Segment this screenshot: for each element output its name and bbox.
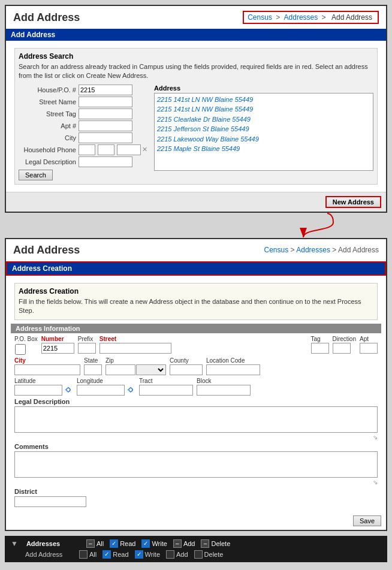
input-legal-desc[interactable] [79, 156, 132, 167]
perms-add-label-2: Add [176, 551, 188, 558]
toggle-write-add-address[interactable]: ✓ [135, 550, 143, 559]
result-item-2[interactable]: 2215 Clearlake Dr Blaine 55449 [156, 114, 372, 125]
input-county[interactable] [170, 364, 203, 375]
chevron-addresses[interactable]: ▼ [11, 539, 18, 548]
input-long[interactable] [77, 385, 125, 396]
input-direction[interactable] [333, 343, 351, 354]
input-apt[interactable] [79, 120, 132, 131]
input-zip[interactable] [105, 364, 135, 375]
field-legal-desc: Legal Description [19, 156, 148, 167]
breadcrumb-sep-2: > [322, 13, 328, 22]
perms-all-addresses: – All [86, 539, 104, 548]
perms-delete-label: Delete [211, 540, 230, 547]
input-street[interactable] [99, 343, 171, 354]
result-item-1[interactable]: 2215 141st LN NW Blaine 55449 [156, 104, 372, 114]
address-search-title: Address Search [19, 52, 373, 61]
perms-row-add-address: Add Address All ✓ Read ✓ Write Add Delet… [11, 550, 381, 559]
input-district[interactable] [14, 496, 86, 507]
toggle-read-add-address[interactable]: ✓ [102, 550, 111, 559]
toggle-read-addresses[interactable]: ✓ [110, 539, 118, 548]
input-number[interactable] [41, 343, 74, 354]
field-lat: Latitude [14, 378, 73, 396]
perms-read-label: Read [120, 540, 135, 547]
addr-creation-block: Address Creation Fill in the fields belo… [14, 283, 378, 320]
input-house-po[interactable] [79, 85, 132, 95]
address-search-desc: Search for an address already tracked in… [19, 62, 373, 81]
addr-creation-desc: Fill in the fields below. This will crea… [19, 297, 373, 316]
perms-label-addresses: Addresses [26, 540, 80, 547]
toggle-delete-add-address[interactable] [194, 550, 203, 559]
save-button[interactable]: Save [353, 515, 381, 526]
label-legal-desc2: Legal Description [14, 398, 378, 405]
search-right: Address 2215 141st LN NW Blaine 55449 22… [154, 85, 373, 180]
permissions-bar: ▼ Addresses – All ✓ Read ✓ Write – Add –… [5, 536, 387, 562]
panel-1-title: Add Address [13, 11, 80, 24]
input-city2[interactable] [14, 364, 80, 375]
toggle-all-add-address[interactable] [79, 550, 88, 559]
result-item-0[interactable]: 2215 141st LN NW Blaine 55449 [156, 95, 372, 105]
input-loc-code[interactable] [206, 364, 260, 375]
input-street-name[interactable] [79, 96, 132, 107]
district-section: District [14, 488, 378, 507]
toggle-delete-addresses[interactable]: – [201, 539, 209, 548]
input-block[interactable] [197, 385, 251, 396]
field-prefix: Prefix [78, 336, 96, 354]
input-state[interactable] [84, 364, 102, 375]
results-box[interactable]: 2215 141st LN NW Blaine 55449 2215 141st… [154, 93, 373, 171]
perms-read-label-2: Read [113, 551, 128, 558]
toggle-add-add-address[interactable] [166, 550, 174, 559]
result-item-4[interactable]: 2215 Lakewood Way Blaine 55449 [156, 134, 372, 144]
result-item-3[interactable]: 2215 Jefferson St Blaine 55449 [156, 124, 372, 134]
geo-icon-long[interactable] [126, 385, 135, 395]
breadcrumb-2-census[interactable]: Census [264, 246, 289, 254]
field-loc-code: Location Code [206, 357, 260, 375]
input-legal-desc2[interactable] [14, 406, 378, 433]
input-po-box-check[interactable] [14, 344, 26, 355]
label-block: Block [197, 378, 251, 384]
label-state: State [84, 357, 102, 364]
label-comments: Comments [14, 443, 378, 450]
toggle-add-addresses[interactable]: – [173, 539, 182, 548]
field-apt2: Apt [360, 336, 378, 354]
input-tract[interactable] [139, 385, 193, 396]
input-tag[interactable] [311, 343, 329, 354]
breadcrumb-census[interactable]: Census [248, 13, 272, 22]
new-address-button[interactable]: New Address [325, 196, 381, 208]
input-prefix[interactable] [78, 343, 96, 354]
geo-icon-lat[interactable] [64, 385, 73, 395]
breadcrumb-2: Census > Addresses > Add Address [264, 246, 379, 254]
perms-delete-add-address: Delete [194, 550, 224, 559]
breadcrumb-addresses[interactable]: Addresses [284, 13, 318, 22]
label-direction: Direction [333, 336, 356, 342]
label-apt: Apt # [19, 122, 79, 129]
input-lat[interactable] [14, 385, 62, 396]
input-phone-3[interactable] [117, 144, 141, 155]
field-street: Street [99, 336, 307, 354]
breadcrumb-sep-1: > [276, 13, 282, 22]
panel-2-footer: Save [6, 512, 386, 530]
input-city[interactable] [79, 132, 132, 143]
label-phone: Household Phone [19, 146, 79, 153]
input-apt2[interactable] [360, 343, 378, 354]
results-label: Address [154, 85, 373, 92]
perms-row-addresses: ▼ Addresses – All ✓ Read ✓ Write – Add –… [11, 539, 381, 548]
select-zip-ext[interactable] [136, 364, 166, 375]
toggle-all-addresses[interactable]: – [86, 539, 95, 548]
label-loc-code: Location Code [206, 357, 260, 364]
search-button[interactable]: Search [19, 170, 53, 180]
breadcrumb-2-addresses[interactable]: Addresses [296, 246, 330, 254]
toggle-write-addresses[interactable]: ✓ [141, 539, 150, 548]
input-phone-2[interactable] [98, 144, 114, 155]
search-left: House/P.O. # Street Name Street Tag [19, 85, 148, 180]
input-phone-1[interactable] [79, 144, 95, 155]
label-tag: Tag [311, 336, 329, 342]
field-long: Longitude [77, 378, 135, 396]
result-item-5[interactable]: 2215 Maple St Blaine 55449 [156, 144, 372, 154]
field-city: City [19, 132, 148, 143]
perms-add-label: Add [183, 540, 195, 547]
input-comments[interactable] [14, 451, 378, 478]
panel-1-footer: New Address [6, 192, 386, 212]
search-btn-wrap: Search [19, 170, 148, 180]
field-state: State [84, 357, 102, 375]
input-street-tag[interactable] [79, 108, 132, 119]
